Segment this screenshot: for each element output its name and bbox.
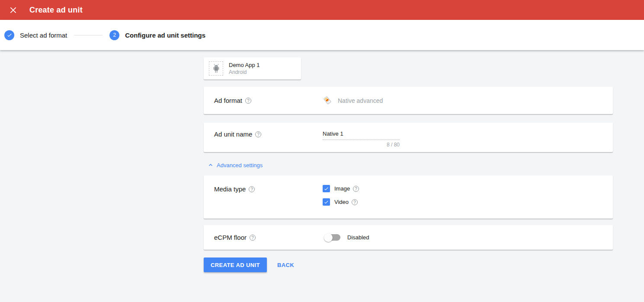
step-complete-check-icon [4, 30, 14, 40]
media-option-video: Video ? [323, 198, 359, 206]
dialog-header: Create ad unit [0, 0, 644, 20]
close-icon[interactable] [7, 4, 19, 16]
back-button[interactable]: BACK [277, 262, 294, 268]
help-icon[interactable]: ? [352, 199, 358, 205]
selected-app-card: Demo App 1 Android [204, 57, 301, 79]
ecpm-floor-label: eCPM floor [214, 234, 247, 241]
media-type-label-wrap: Media type ? [214, 185, 314, 193]
help-icon[interactable]: ? [255, 131, 261, 137]
step-configure-settings[interactable]: 2 Configure ad unit settings [109, 30, 205, 40]
ad-unit-name-row: Ad unit name ? 8 / 80 [204, 123, 613, 152]
ad-format-label: Ad format [214, 97, 242, 104]
advanced-settings-label: Advanced settings [217, 162, 263, 168]
step-select-ad-format[interactable]: Select ad format [4, 30, 67, 40]
stepper-connector [74, 35, 103, 35]
toggle-track [325, 234, 340, 241]
ecpm-floor-state: Disabled [347, 234, 369, 241]
media-option-image: Image ? [323, 185, 359, 192]
action-buttons: CREATE AD UNIT BACK [204, 257, 613, 272]
help-icon[interactable]: ? [250, 235, 256, 241]
help-icon[interactable]: ? [353, 186, 359, 192]
chevron-up-icon [207, 162, 214, 168]
ad-unit-name-label: Ad unit name [214, 130, 252, 138]
help-icon[interactable]: ? [245, 98, 251, 104]
ad-unit-name-input[interactable] [323, 130, 400, 140]
app-platform: Android [229, 69, 260, 75]
android-robot-icon [212, 64, 221, 73]
stepper: Select ad format 2 Configure ad unit set… [0, 20, 644, 50]
media-type-label: Media type [214, 185, 246, 193]
ad-format-row: Ad format ? Na [204, 87, 613, 114]
page-title: Create ad unit [29, 6, 83, 15]
step-label: Select ad format [20, 32, 67, 39]
advanced-settings-toggle[interactable]: Advanced settings [207, 162, 263, 168]
app-name: Demo App 1 [229, 62, 260, 68]
ecpm-floor-label-wrap: eCPM floor ? [214, 234, 314, 241]
video-checkbox[interactable] [323, 198, 330, 206]
image-checkbox-label: Image [334, 185, 350, 192]
help-icon[interactable]: ? [249, 186, 255, 192]
ecpm-floor-toggle[interactable]: Disabled [325, 234, 369, 241]
content-area: Demo App 1 Android Ad format ? [0, 50, 644, 302]
ad-format-label-wrap: Ad format ? [214, 97, 314, 104]
ad-format-value: Native advanced [338, 97, 383, 104]
ad-unit-name-label-wrap: Ad unit name ? [214, 130, 314, 138]
app-icon-placeholder [209, 61, 223, 76]
ecpm-floor-row: eCPM floor ? Disabled [204, 225, 613, 250]
step-number-badge: 2 [109, 30, 119, 40]
media-type-row: Media type ? Image ? [204, 175, 613, 219]
char-counter: 8 / 80 [323, 142, 400, 148]
step-label: Configure ad unit settings [125, 32, 205, 39]
create-ad-unit-button[interactable]: CREATE AD UNIT [204, 257, 267, 272]
toggle-knob [324, 233, 333, 242]
image-checkbox[interactable] [323, 185, 330, 192]
video-checkbox-label: Video [334, 199, 349, 205]
native-ad-format-icon [323, 96, 333, 105]
